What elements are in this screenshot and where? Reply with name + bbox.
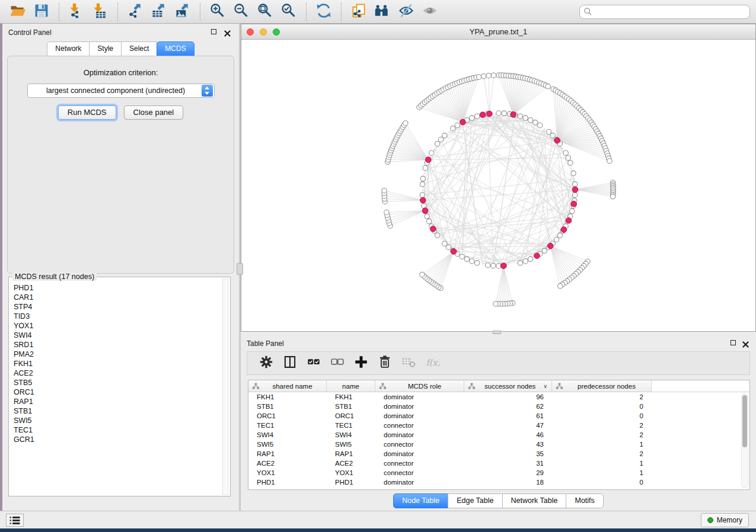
- memory-button[interactable]: Memory: [701, 513, 749, 527]
- select-all-icon: [306, 354, 321, 372]
- network-window-titlebar[interactable]: YPA_prune.txt_1: [241, 24, 755, 40]
- table-row[interactable]: STB1STB1dominator620: [248, 402, 749, 411]
- horizontal-splitter-grip[interactable]: [493, 331, 501, 334]
- delete-row-button[interactable]: [373, 354, 397, 372]
- hide-details-icon: [398, 2, 414, 21]
- open-file-button[interactable]: [8, 2, 28, 21]
- cell-name: STB1: [327, 403, 375, 410]
- cell-successor-nodes: 18: [464, 479, 552, 486]
- table-row[interactable]: ACE2ACE2connector311: [248, 459, 749, 468]
- close-panel-icon[interactable]: [742, 339, 749, 346]
- first-neighbors-button[interactable]: [372, 2, 393, 21]
- mcds-result-scrollbar[interactable]: [222, 278, 228, 495]
- criterion-dropdown[interactable]: largest connected component (undirected): [27, 84, 215, 98]
- network-search-box[interactable]: [579, 5, 750, 19]
- column-header-shared-name[interactable]: shared name: [248, 380, 327, 392]
- add-row-button[interactable]: [349, 354, 373, 372]
- tab-network-table[interactable]: Network Table: [502, 493, 567, 508]
- cell-predecessor-nodes: 1: [552, 441, 652, 448]
- import-table-button[interactable]: [90, 2, 110, 21]
- column-header-MCDS-role[interactable]: MCDS role: [375, 380, 464, 392]
- table-row[interactable]: ORC1ORC1dominator610: [248, 411, 749, 421]
- table-row[interactable]: SWI5SWI5connector431: [248, 440, 749, 449]
- mcds-result-item[interactable]: RAP1: [14, 397, 221, 406]
- zoom-selected-button[interactable]: [279, 2, 299, 21]
- tab-network[interactable]: Network: [47, 41, 90, 56]
- mcds-result-list[interactable]: PHD1CAR1STP4TID3YOX1SWI4SRD1PMA2FKH1ACE2…: [14, 283, 221, 493]
- export-table-button[interactable]: [149, 2, 169, 21]
- zoom-out-button[interactable]: [231, 2, 251, 21]
- table-scrollbar[interactable]: [741, 393, 748, 488]
- cell-MCDS-role: connector: [375, 460, 464, 467]
- zoom-in-button[interactable]: [208, 2, 228, 21]
- export-network-button[interactable]: [125, 2, 145, 21]
- columns-button[interactable]: [278, 354, 302, 372]
- close-panel-button[interactable]: Close panel: [124, 105, 184, 120]
- cell-successor-nodes: 96: [464, 393, 552, 400]
- mcds-result-item[interactable]: TEC1: [14, 425, 221, 435]
- show-details-icon: [422, 2, 438, 21]
- mcds-result-item[interactable]: TID3: [14, 312, 221, 321]
- select-all-button[interactable]: [302, 354, 326, 372]
- mcds-result-item[interactable]: GCR1: [14, 435, 221, 444]
- mcds-result-item[interactable]: PMA2: [14, 350, 221, 359]
- deselect-all-button[interactable]: [326, 354, 349, 372]
- float-window-icon[interactable]: [211, 29, 216, 34]
- mcds-result-item[interactable]: ACE2: [14, 368, 221, 378]
- task-history-button[interactable]: [6, 514, 24, 527]
- mcds-result-item[interactable]: YOX1: [14, 321, 221, 331]
- gear-button[interactable]: [254, 354, 278, 372]
- tab-node-table[interactable]: Node Table: [393, 493, 448, 508]
- tab-select[interactable]: Select: [121, 41, 157, 56]
- mcds-result-item[interactable]: CAR1: [14, 293, 221, 302]
- cell-name: ACE2: [327, 460, 375, 467]
- columns-icon: [282, 354, 298, 372]
- cell-name: YOX1: [327, 469, 375, 476]
- float-window-icon[interactable]: [731, 340, 736, 345]
- mcds-result-item[interactable]: SWI4: [14, 331, 221, 340]
- tab-edge-table[interactable]: Edge Table: [448, 493, 502, 508]
- vertical-splitter-grip[interactable]: [237, 263, 243, 275]
- mcds-result-item[interactable]: STP4: [14, 302, 221, 312]
- refresh-button[interactable]: [314, 2, 334, 21]
- clone-network-button[interactable]: [349, 2, 369, 21]
- table-row[interactable]: TEC1TEC1connector472: [248, 421, 749, 430]
- close-panel-icon[interactable]: [224, 28, 231, 35]
- table-row[interactable]: FKH1FKH1dominator962: [248, 392, 749, 402]
- criterion-dropdown-value: largest connected component (undirected): [28, 86, 202, 95]
- export-image-button[interactable]: [173, 2, 193, 21]
- table-row[interactable]: SWI4SWI4dominator462: [248, 430, 749, 440]
- column-header-successor-nodes[interactable]: successor nodes∨: [464, 380, 552, 392]
- table-scrollbar-thumb[interactable]: [742, 395, 747, 447]
- cell-predecessor-nodes: 1: [552, 460, 652, 467]
- run-mcds-button[interactable]: Run MCDS: [58, 105, 116, 120]
- import-network-button[interactable]: [66, 2, 87, 21]
- zoom-fit-button[interactable]: [255, 2, 275, 21]
- tab-mcds[interactable]: MCDS: [157, 41, 194, 56]
- mcds-result-item[interactable]: PHD1: [14, 283, 221, 293]
- tab-style[interactable]: Style: [89, 41, 122, 56]
- function-builder-icon: f(x): [425, 354, 440, 372]
- show-details-button[interactable]: [420, 2, 440, 21]
- cell-name: SWI5: [327, 441, 375, 448]
- hide-details-button[interactable]: [396, 2, 416, 21]
- tab-motifs[interactable]: Motifs: [566, 493, 603, 508]
- cell-MCDS-role: dominator: [375, 412, 464, 419]
- table-row[interactable]: YOX1YOX1connector291: [248, 468, 749, 477]
- table-row[interactable]: RAP1RAP1dominator352: [248, 449, 749, 459]
- mcds-result-item[interactable]: STB1: [14, 406, 221, 416]
- mcds-result-item[interactable]: FKH1: [14, 359, 221, 368]
- column-header-name[interactable]: name: [327, 380, 375, 392]
- cell-MCDS-role: dominator: [375, 403, 464, 410]
- table-toolbar: f(x): [247, 351, 750, 375]
- mcds-result-item[interactable]: STB5: [14, 378, 221, 387]
- cell-shared-name: RAP1: [248, 450, 327, 457]
- mcds-result-item[interactable]: ORC1: [14, 387, 221, 397]
- mcds-result-item[interactable]: SWI5: [14, 416, 221, 425]
- search-input[interactable]: [592, 8, 746, 16]
- table-row[interactable]: PHD1PHD1dominator180: [248, 477, 749, 487]
- column-header-predecessor-nodes[interactable]: predecessor nodes: [552, 380, 652, 392]
- mcds-result-item[interactable]: SRD1: [14, 340, 221, 350]
- network-canvas[interactable]: [241, 40, 755, 331]
- save-session-button[interactable]: [31, 2, 52, 21]
